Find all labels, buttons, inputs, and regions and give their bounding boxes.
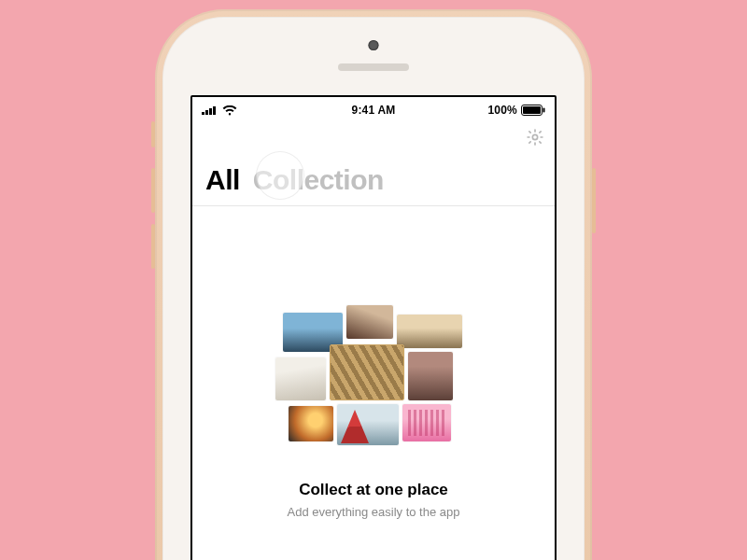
- phone-bezel: 9:41 AM 100%: [162, 17, 585, 560]
- screen: 9:41 AM 100%: [190, 95, 557, 560]
- status-bar: 9:41 AM 100%: [192, 97, 555, 123]
- gear-icon: [526, 128, 544, 147]
- wifi-icon: [222, 105, 237, 116]
- tab-all[interactable]: All: [205, 164, 240, 196]
- phone-device-frame: 9:41 AM 100%: [155, 9, 592, 560]
- front-camera: [369, 40, 379, 50]
- status-time: 9:41 AM: [352, 104, 396, 117]
- volume-up-button: [151, 168, 155, 213]
- settings-button[interactable]: [525, 127, 545, 147]
- svg-rect-2: [209, 108, 212, 115]
- svg-rect-3: [213, 106, 216, 115]
- collage-tile: [330, 344, 404, 400]
- battery-icon: [521, 105, 545, 116]
- volume-down-button: [151, 224, 155, 269]
- collage-tile: [289, 406, 333, 441]
- speaker-slot: [338, 63, 409, 71]
- svg-rect-0: [202, 112, 204, 115]
- empty-state: Collect at one place Add everything easi…: [192, 206, 555, 519]
- svg-rect-6: [543, 108, 545, 113]
- svg-point-7: [532, 134, 537, 139]
- battery-percent: 100%: [488, 104, 518, 117]
- collage-tile: [402, 404, 451, 441]
- empty-subtitle: Add everything easily to the app: [287, 505, 459, 519]
- cellular-signal-icon: [202, 105, 218, 115]
- tabs-row: All Collection: [192, 151, 555, 206]
- collage-tile: [275, 357, 326, 400]
- svg-rect-1: [205, 110, 208, 115]
- power-button: [592, 168, 596, 233]
- collage-tile: [346, 305, 393, 339]
- collage-tile: [408, 352, 453, 400]
- empty-title: Collect at one place: [299, 481, 448, 499]
- empty-state-collage: [275, 305, 472, 445]
- collage-tile: [397, 315, 462, 348]
- tab-collection[interactable]: Collection: [253, 164, 384, 196]
- mute-switch: [151, 121, 155, 147]
- svg-rect-5: [523, 106, 541, 114]
- collage-tile: [337, 404, 399, 445]
